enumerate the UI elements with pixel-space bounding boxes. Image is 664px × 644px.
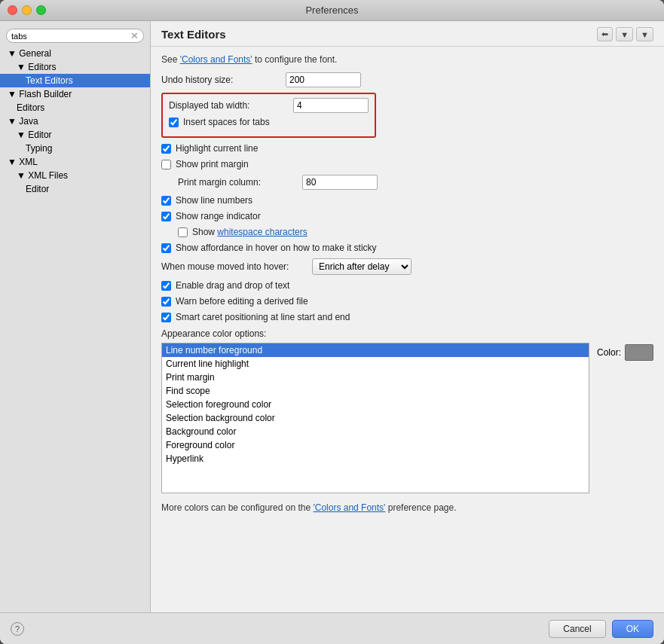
smart-caret-label: Smart caret positioning at line start an… <box>176 312 350 322</box>
cancel-button[interactable]: Cancel <box>549 620 605 638</box>
sidebar-item-label: ▼ Java <box>8 116 38 127</box>
enable-drag-drop-checkbox[interactable] <box>161 281 171 291</box>
sidebar-item-typing[interactable]: Typing <box>0 142 150 155</box>
enable-drag-drop-row: Enable drag and drop of text <box>161 280 653 291</box>
list-item[interactable]: Hyperlink <box>162 452 589 465</box>
footer-info-prefix: More colors can be configured on the <box>161 502 313 513</box>
list-item[interactable]: Find scope <box>162 384 589 398</box>
undo-input[interactable] <box>286 72 361 87</box>
sidebar: ✕ ▼ General ▼ Editors Text Editors ▼ Fla… <box>0 21 151 612</box>
show-range-indicator-label: Show range indicator <box>176 211 261 221</box>
warn-derived-label: Warn before editing a derived file <box>176 296 308 307</box>
colors-fonts-link-top[interactable]: 'Colors and Fonts' <box>180 54 252 65</box>
footer-buttons: Cancel OK <box>549 620 653 638</box>
show-print-margin-checkbox[interactable] <box>161 160 171 169</box>
sidebar-item-label: ▼ Editor <box>17 130 52 140</box>
panel-title: Text Editors <box>161 28 226 41</box>
info-suffix: to configure the font. <box>255 54 337 65</box>
search-box[interactable]: ✕ <box>6 29 144 43</box>
title-bar: Preferences <box>0 0 664 21</box>
info-prefix: See <box>161 54 180 65</box>
show-line-numbers-row: Show line numbers <box>161 195 653 206</box>
color-label: Color: <box>597 347 621 358</box>
hover-label: When mouse moved into hover: <box>161 261 312 272</box>
help-icon-label: ? <box>15 624 20 633</box>
sidebar-item-xml-files[interactable]: ▼ XML Files <box>0 169 150 182</box>
sidebar-item-label: ▼ XML Files <box>17 170 68 181</box>
smart-caret-checkbox[interactable] <box>161 313 171 322</box>
info-text: See 'Colors and Fonts' to configure the … <box>161 54 653 65</box>
main-content: ✕ ▼ General ▼ Editors Text Editors ▼ Fla… <box>0 21 664 612</box>
sidebar-item-java[interactable]: ▼ Java <box>0 114 150 128</box>
warn-derived-checkbox[interactable] <box>161 297 171 307</box>
search-clear-icon[interactable]: ✕ <box>130 31 139 41</box>
color-swatch[interactable] <box>625 344 653 361</box>
tab-width-label: Displayed tab width: <box>169 100 293 111</box>
sidebar-item-label: Editor <box>26 184 49 194</box>
footer-info-text: More colors can be configured on the 'Co… <box>161 502 653 513</box>
hover-row: When mouse moved into hover: Enrich afte… <box>161 258 653 275</box>
sidebar-item-flash-builder[interactable]: ▼ Flash Builder <box>0 87 150 101</box>
print-margin-label: Print margin column: <box>178 177 302 188</box>
list-item[interactable]: Selection foreground color <box>162 398 589 411</box>
sidebar-item-label: ▼ Flash Builder <box>8 89 72 99</box>
sidebar-item-text-editors[interactable]: Text Editors <box>0 74 150 87</box>
list-item[interactable]: Line number foreground <box>162 343 589 357</box>
sidebar-item-xml[interactable]: ▼ XML <box>0 155 150 169</box>
highlight-line-label: Highlight current line <box>176 143 258 154</box>
list-item[interactable]: Current line highlight <box>162 357 589 371</box>
list-item[interactable]: Print margin <box>162 371 589 384</box>
show-print-margin-label: Show print margin <box>176 159 249 169</box>
sidebar-item-label: Typing <box>26 143 52 154</box>
show-affordance-row: Show affordance in hover on how to make … <box>161 243 653 253</box>
print-margin-row: Print margin column: <box>161 175 653 190</box>
sidebar-item-label: Editors <box>17 102 44 113</box>
sidebar-item-java-editor[interactable]: ▼ Editor <box>0 128 150 142</box>
insert-spaces-row: Insert spaces for tabs <box>169 117 369 127</box>
list-item[interactable]: Selection background color <box>162 411 589 425</box>
sidebar-item-label: Text Editors <box>26 75 73 86</box>
insert-spaces-label: Insert spaces for tabs <box>183 117 270 127</box>
show-whitespace-row: Show whitespace characters <box>161 227 653 237</box>
tab-width-input[interactable] <box>293 98 369 113</box>
show-line-numbers-checkbox[interactable] <box>161 196 171 206</box>
back-button[interactable]: ⬅ <box>597 27 613 41</box>
sidebar-item-editors[interactable]: ▼ Editors <box>0 60 150 74</box>
ok-button[interactable]: OK <box>612 620 653 638</box>
window-title: Preferences <box>305 5 358 16</box>
maximize-button[interactable] <box>36 5 46 15</box>
panel-footer-info: More colors can be configured on the 'Co… <box>161 502 653 513</box>
hover-dropdown[interactable]: Enrich after delay Enrich immediately Ne… <box>312 258 412 275</box>
sidebar-item-fb-editors[interactable]: Editors <box>0 101 150 114</box>
sidebar-item-label: ▼ XML <box>8 157 38 167</box>
minimize-button[interactable] <box>22 5 32 15</box>
sidebar-item-general[interactable]: ▼ General <box>0 47 150 60</box>
panel-body: See 'Colors and Fonts' to configure the … <box>151 47 664 612</box>
show-whitespace-checkbox[interactable] <box>178 227 188 237</box>
highlight-line-checkbox[interactable] <box>161 144 171 154</box>
panel-toolbar: ⬅ ▼ ▼ <box>597 27 653 41</box>
highlight-line-row: Highlight current line <box>161 143 653 154</box>
color-list[interactable]: Line number foreground Current line high… <box>161 343 589 493</box>
list-item[interactable]: Background color <box>162 425 589 438</box>
insert-spaces-checkbox[interactable] <box>169 118 179 127</box>
panel-header: Text Editors ⬅ ▼ ▼ <box>151 21 664 47</box>
whitespace-link[interactable]: whitespace characters <box>217 227 307 237</box>
footer: ? Cancel OK <box>0 612 664 644</box>
show-affordance-checkbox[interactable] <box>161 243 171 253</box>
color-btn-area: Color: <box>597 343 653 361</box>
search-input[interactable] <box>11 32 130 41</box>
tab-width-row: Displayed tab width: <box>169 98 369 113</box>
show-range-indicator-checkbox[interactable] <box>161 212 171 221</box>
list-item[interactable]: Foreground color <box>162 438 589 452</box>
show-range-indicator-row: Show range indicator <box>161 211 653 221</box>
forward-button[interactable]: ▼ <box>616 27 633 41</box>
sidebar-item-xml-editor[interactable]: Editor <box>0 182 150 196</box>
appearance-section: Appearance color options: Line number fo… <box>161 328 653 493</box>
menu-button[interactable]: ▼ <box>636 27 653 41</box>
print-margin-input[interactable] <box>302 175 378 190</box>
close-button[interactable] <box>8 5 17 15</box>
undo-row: Undo history size: <box>161 72 653 87</box>
colors-fonts-link-bottom[interactable]: 'Colors and Fonts' <box>313 502 385 513</box>
help-button[interactable]: ? <box>11 622 24 636</box>
